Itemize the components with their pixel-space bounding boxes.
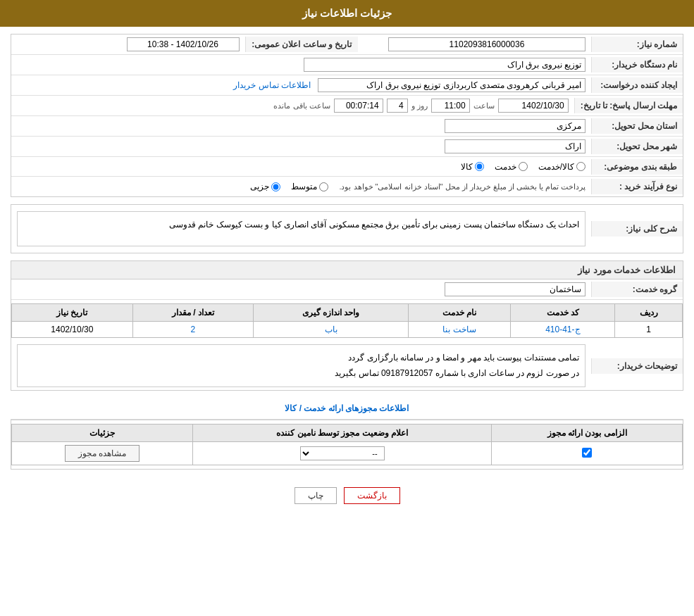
service-group-value [11,279,591,299]
page-title: جزئیات اطلاعات نیاز [302,7,392,19]
cell-quantity: 2 [132,322,254,338]
deadline-remaining-input[interactable] [334,99,383,113]
permission-row: -- مشاهده مجوز [12,442,683,465]
process-value: پرداخت تمام یا بخشی از مبلغ خریدار از مح… [11,179,591,194]
process-medium-label: متوسط [291,182,317,191]
permission-required-cell [492,442,683,465]
city-input[interactable] [445,139,585,153]
buyer-notes-row: توضیحات خریدار: تمامی مستندات پیوست باید… [11,341,683,390]
page-header: جزئیات اطلاعات نیاز [0,0,694,27]
process-partial-label: جزیی [250,182,269,191]
cell-date: 1402/10/30 [12,322,133,338]
category-goods-option[interactable]: کالا [461,162,484,172]
view-permission-button[interactable]: مشاهده مجوز [65,445,140,462]
category-service-option[interactable]: خدمت [495,162,528,172]
cell-service-code: ج-41-410 [511,322,615,338]
description-text: احداث یک دستگاه ساختمان پست زمینی برای ت… [17,211,585,246]
announcement-input[interactable] [127,37,240,51]
need-number-row: شماره نیاز: تاریخ و ساعت اعلان عمومی: [11,34,683,55]
permissions-section: الزامی بودن ارائه مجوز اعلام وضعیت مجوز … [11,420,683,470]
buyer-org-input[interactable] [304,58,585,72]
buyer-notes-value: تمامی مستندات پیوست باید مهر و امضا و در… [11,341,591,390]
creator-label: ایجاد کننده درخواست: [591,77,683,93]
process-partial-option[interactable]: جزیی [250,182,280,191]
province-input[interactable] [445,119,585,133]
category-goods-service-option[interactable]: کالا/خدمت [538,162,585,172]
province-value [11,116,591,136]
description-row: شرح کلی نیاز: احداث یک دستگاه ساختمان پس… [11,205,683,253]
category-goods-service-radio[interactable] [576,162,585,171]
col-date: تاریخ نیاز [12,304,133,322]
city-row: شهر محل تحویل: [11,137,683,157]
buyer-org-row: نام دستگاه خریدار: [11,55,683,75]
col-unit: واحد اندازه گیری [254,304,409,322]
deadline-label: مهلت ارسال پاسخ: تا تاریخ: [574,98,683,113]
cell-row-num: 1 [615,322,683,338]
col-quantity: تعداد / مقدار [132,304,254,322]
service-group-label: گروه خدمت: [591,282,683,297]
deadline-time-input[interactable] [431,99,470,113]
deadline-remaining-label: ساعت باقی مانده [273,101,330,111]
bottom-buttons: بازگشت چاپ [11,477,683,515]
payment-note: پرداخت تمام یا بخشی از مبلغ خریدار از مح… [339,182,585,191]
process-label: نوع فرآیند خرید : [591,179,683,194]
deadline-date-input[interactable] [498,99,569,113]
category-service-label: خدمت [495,162,516,172]
need-number-label: شماره نیاز: [591,37,683,52]
cell-unit: باب [254,322,409,338]
buyer-org-value [11,55,591,75]
creator-row: ایجاد کننده درخواست: اطلاعات تماس خریدار [11,75,683,96]
category-goods-radio[interactable] [475,162,484,171]
need-info-section: شماره نیاز: تاریخ و ساعت اعلان عمومی: نا… [11,34,683,197]
col-service-code: کد خدمت [511,304,615,322]
deadline-row: مهلت ارسال پاسخ: تا تاریخ: ساعت روز و سا… [11,96,683,116]
table-row: 1 ج-41-410 ساخت بنا باب 2 1402/10/30 [12,322,683,338]
col-status: اعلام وضعیت مجوز توسط نامین کننده [192,425,491,442]
col-row-num: ردیف [615,304,683,322]
col-service-name: نام خدمت [408,304,511,322]
process-medium-option[interactable]: متوسط [291,182,328,191]
permission-status-select[interactable]: -- [300,446,385,460]
category-service-radio[interactable] [519,162,528,171]
deadline-days-input[interactable] [387,99,408,113]
description-value: احداث یک دستگاه ساختمان پست زمینی برای ت… [11,205,591,253]
contact-link[interactable]: اطلاعات تماس خریدار [233,80,311,90]
process-row: نوع فرآیند خرید : پرداخت تمام یا بخشی از… [11,177,683,196]
description-section: شرح کلی نیاز: احداث یک دستگاه ساختمان پس… [11,204,683,253]
services-title: اطلاعات خدمات مورد نیاز [11,261,683,279]
back-button[interactable]: بازگشت [344,487,400,504]
need-number-input[interactable] [388,37,585,51]
category-row: طبقه بندی موضوعی: کالا/خدمت خدمت [11,157,683,177]
deadline-value: ساعت روز و ساعت باقی مانده [11,96,574,115]
buyer-org-label: نام دستگاه خریدار: [591,57,683,73]
description-label: شرح کلی نیاز: [591,221,683,237]
creator-input[interactable] [318,78,585,92]
deadline-day-label: روز و [411,101,428,111]
announcement-value [11,34,245,54]
announcement-label: تاریخ و ساعت اعلان عمومی: [245,37,358,52]
process-partial-radio[interactable] [271,182,280,191]
service-group-input[interactable] [445,282,585,296]
cell-service-name: ساخت بنا [408,322,511,338]
category-value: کالا/خدمت خدمت کالا [11,159,591,175]
province-label: استان محل تحویل: [591,118,683,134]
permissions-link[interactable]: اطلاعات مجوزهای ارائه خدمت / کالا [11,398,683,420]
category-goods-service-label: کالا/خدمت [538,162,574,172]
permission-details-cell: مشاهده مجوز [12,442,193,465]
col-details: جزئیات [12,425,193,442]
category-goods-label: کالا [461,162,473,172]
permission-required-checkbox[interactable] [582,448,592,458]
process-medium-radio[interactable] [319,182,328,191]
creator-value: اطلاعات تماس خریدار [11,75,591,95]
col-required: الزامی بودن ارائه مجوز [492,425,683,442]
permissions-link-text[interactable]: اطلاعات مجوزهای ارائه خدمت / کالا [285,403,409,413]
deadline-time-label: ساعت [473,101,495,111]
buyer-notes-label: توضیحات خریدار: [591,358,683,374]
permissions-table: الزامی بودن ارائه مجوز اعلام وضعیت مجوز … [11,424,683,465]
buyer-notes-text: تمامی مستندات پیوست باید مهر و امضا و در… [17,344,585,387]
permission-status-cell: -- [192,442,491,465]
city-value [11,137,591,156]
services-section: اطلاعات خدمات مورد نیاز گروه خدمت: ردیف … [11,260,683,391]
print-button[interactable]: چاپ [295,487,337,504]
service-group-row: گروه خدمت: [11,279,683,300]
